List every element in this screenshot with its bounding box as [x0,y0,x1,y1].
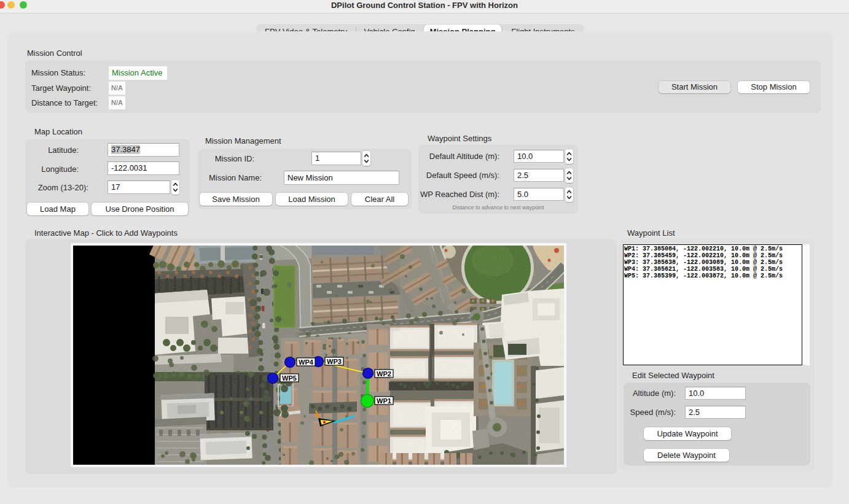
svg-text:WP4: WP4 [299,359,314,366]
svg-text:WP5: WP5 [282,374,297,382]
svg-text:WP2: WP2 [377,370,391,378]
svg-text:WP3: WP3 [327,358,342,365]
svg-text:WP1: WP1 [377,397,391,405]
